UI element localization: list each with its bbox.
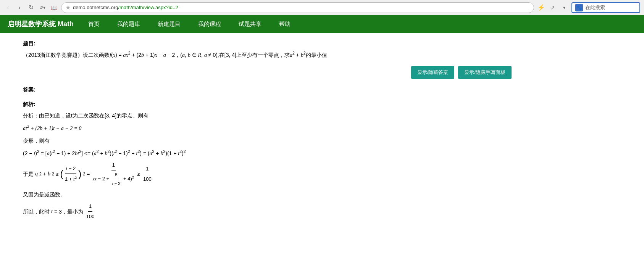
reload-button[interactable]: ↻ [27,3,35,12]
site-brand: 启明星数学系统 Math [8,19,74,29]
share-icon[interactable]: ↗ [549,3,557,12]
question-label: 题目: [23,40,512,47]
bookmark-star-icon: ★ [65,4,71,11]
button-row: 显示/隐藏答案 显示/隐藏手写面板 [23,66,512,79]
url-domain: demo.dotnetcms.org [73,5,118,10]
nav-share[interactable]: 试题共享 [236,19,265,29]
lightning-icon[interactable]: ⚡ [537,3,546,12]
answer-label: 答案: [23,87,512,93]
search-bar[interactable]: 🐾 在此搜索 [571,2,640,13]
nav-new-problem[interactable]: 新建题目 [155,19,184,29]
show-answer-button[interactable]: 显示/隐藏答案 [411,66,455,79]
transform-text: 变形，则有 [23,135,512,146]
history-button[interactable]: ↺▾ [38,3,47,12]
back-button[interactable]: ‹ [4,3,12,12]
show-panel-button[interactable]: 显示/隐藏手写面板 [458,66,512,79]
nav-my-problems[interactable]: 我的题库 [114,19,143,29]
analysis-label: 解析: [23,101,512,108]
equation-3: 于是q2 + b2 ≥ ( t − 2 1 + t2 ) 2 = 1 ct − … [23,160,512,188]
conclusion-text: 所以，此时t = 3，最小为 1 100 [23,201,512,222]
equation-2: (2 − t)2 = [a(t2 − 1) + 2bt2] <= (a2 + b… [23,148,512,159]
dropdown-icon[interactable]: ▾ [560,3,568,12]
nav-my-course[interactable]: 我的课程 [195,19,224,29]
question-text: （2013浙江数学竞赛题）设二次函数f(x) = ax2 + (2b + 1)x… [23,50,512,60]
bookmarks-button[interactable]: 📖 [50,3,58,12]
address-bar[interactable]: ★ demo.dotnetcms.org/math/math/view.aspx… [61,2,534,13]
search-placeholder: 在此搜索 [585,4,605,11]
url-path: /math/math/view.aspx?id=2 [118,5,178,10]
navbar: 启明星数学系统 Math 首页 我的题库 新建题目 我的课程 试题共享 帮助 [0,15,644,33]
question-section: 题目: （2013浙江数学竞赛题）设二次函数f(x) = ax2 + (2b +… [23,40,512,60]
analysis-intro: 分析：由已知道，设t为二次函数在[3, 4]的零点。则有 [23,110,512,121]
nav-home[interactable]: 首页 [85,19,103,29]
browser-chrome: ‹ › ↻ ↺▾ 📖 ★ demo.dotnetcms.org/math/mat… [0,0,644,15]
nav-help[interactable]: 帮助 [276,19,294,29]
url-display: demo.dotnetcms.org/math/math/view.aspx?i… [73,5,530,10]
analysis-section: 解析: 分析：由已知道，设t为二次函数在[3, 4]的零点。则有 at2 + (… [23,101,512,222]
main-content: 题目: （2013浙江数学竞赛题）设二次函数f(x) = ax2 + (2b +… [0,33,534,231]
answer-section: 答案: [23,87,512,93]
equation-1: at2 + (2b + 1)t − a − 2 = 0 [23,122,512,134]
paw-icon: 🐾 [575,4,583,11]
decreasing-text: 又因为是减函数。 [23,189,512,200]
forward-button[interactable]: › [15,3,24,12]
